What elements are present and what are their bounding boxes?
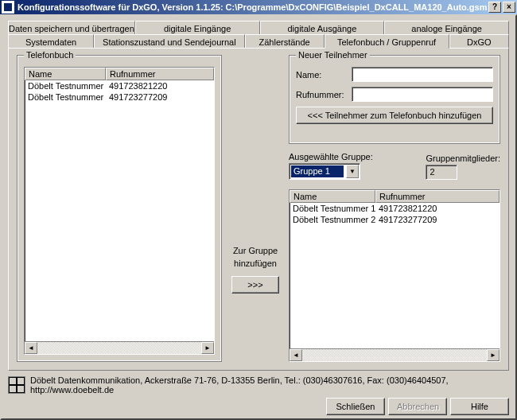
tab-panel: Telefonbuch Name Rufnummer Döbelt Testnu… [8, 48, 509, 371]
scroll-left-icon[interactable]: ◄ [290, 349, 302, 361]
phonebook-body[interactable]: Döbelt Testnummer 1 491723821220 Döbelt … [25, 80, 214, 341]
help-button[interactable]: ? [488, 2, 501, 13]
list-item[interactable]: Döbelt Testnummer 2 491723277209 [25, 91, 214, 103]
client-area: Daten speichern und übertragen digitale … [0, 14, 517, 420]
list-item[interactable]: Döbelt Testnummer 2 491723277209 [290, 214, 500, 225]
group-members-list[interactable]: Name Rufnummer Döbelt Testnummer 1 49172… [289, 189, 500, 362]
number-field[interactable] [352, 87, 493, 102]
tab-digital-inputs[interactable]: digitale Eingänge [135, 21, 260, 35]
close-button[interactable]: Schließen [326, 398, 385, 415]
group-combo-value: Gruppe 1 [291, 165, 344, 177]
tab-dxgo[interactable]: DxGO [449, 34, 509, 49]
tab-analog-inputs[interactable]: analoge Eingänge [384, 21, 509, 35]
cancel-button: Abbrechen [388, 398, 447, 415]
phonebook-group: Telefonbuch Name Rufnummer Döbelt Testnu… [17, 55, 222, 362]
list-item[interactable]: Döbelt Testnummer 1 491723821220 [25, 80, 214, 91]
window-title: Konfigurationssoftware für DxGO, Version… [17, 2, 487, 12]
name-field[interactable] [352, 67, 493, 82]
group-hscroll[interactable]: ◄ ► [290, 348, 500, 361]
company-logo-icon [8, 376, 25, 394]
tab-systemdata[interactable]: Systemdaten [8, 34, 94, 49]
scroll-right-icon[interactable]: ► [487, 349, 500, 361]
add-to-group-label-1: Zur Gruppe [233, 246, 278, 255]
tab-digital-outputs[interactable]: digitale Ausgänge [260, 21, 385, 35]
group-col-name[interactable]: Name [290, 190, 375, 203]
name-label: Name: [296, 70, 347, 80]
tab-save-transfer[interactable]: Daten speichern und übertragen [8, 21, 135, 35]
app-icon [2, 1, 14, 14]
group-list-header: Name Rufnummer [290, 190, 500, 203]
phonebook-col-number[interactable]: Rufnummer [106, 68, 214, 80]
tab-counters[interactable]: Zählerstände [245, 34, 325, 49]
add-to-group-button[interactable]: >>> [231, 276, 279, 294]
members-count-value: 2 [426, 165, 457, 180]
new-member-group: Neuer Teilnehmer Name: Rufnummer: <<< Te… [289, 55, 500, 144]
right-column: Neuer Teilnehmer Name: Rufnummer: <<< Te… [289, 55, 500, 362]
phonebook-legend: Telefonbuch [24, 50, 76, 60]
add-member-button[interactable]: <<< Teilnehmer zum Telefonbuch hinzufüge… [296, 107, 493, 124]
mid-column: Zur Gruppe hinzufügen >>> [228, 55, 282, 362]
list-item[interactable]: Döbelt Testnummer 1 491723821220 [290, 203, 500, 214]
phonebook-list[interactable]: Name Rufnummer Döbelt Testnummer 1 49172… [24, 67, 215, 355]
phonebook-header: Name Rufnummer [25, 68, 214, 80]
help-button[interactable]: Hilfe [450, 398, 509, 415]
phonebook-hscroll[interactable]: ◄ ► [25, 341, 214, 354]
group-col-number[interactable]: Rufnummer [375, 190, 500, 203]
tab-phonebook-group[interactable]: Telefonbuch / Gruppenruf [325, 34, 449, 49]
group-list-body[interactable]: Döbelt Testnummer 1 491723821220 Döbelt … [290, 203, 500, 348]
members-count-label: Gruppenmitglieder: [426, 154, 500, 163]
add-to-group-label-2: hinzufügen [234, 259, 277, 268]
footer-buttons: Schließen Abbrechen Hilfe [326, 398, 509, 415]
group-combo[interactable]: Gruppe 1 ▼ [289, 163, 360, 180]
tabs-row-1: Daten speichern und übertragen digitale … [8, 21, 509, 35]
scroll-right-icon[interactable]: ► [201, 342, 214, 354]
selected-group-label: Ausgewählte Gruppe: [289, 152, 373, 161]
chevron-down-icon[interactable]: ▼ [346, 165, 359, 178]
tab-station-journal[interactable]: Stationszustand und Sendejournal [94, 34, 245, 49]
scroll-left-icon[interactable]: ◄ [25, 342, 37, 354]
new-member-legend: Neuer Teilnehmer [296, 50, 370, 60]
phonebook-col-name[interactable]: Name [25, 68, 106, 80]
footer: Döbelt Datenkommunikation, Ackerstraße 7… [8, 375, 509, 395]
tabs-row-2: Systemdaten Stationszustand und Sendejou… [8, 34, 509, 49]
title-bar: Konfigurationssoftware für DxGO, Version… [0, 0, 517, 14]
number-label: Rufnummer: [296, 90, 347, 99]
close-window-button[interactable]: × [503, 2, 515, 13]
footer-text: Döbelt Datenkommunikation, Ackerstraße 7… [30, 375, 509, 395]
group-selector-row: Ausgewählte Gruppe: Gruppe 1 ▼ Gruppenmi… [289, 152, 500, 180]
